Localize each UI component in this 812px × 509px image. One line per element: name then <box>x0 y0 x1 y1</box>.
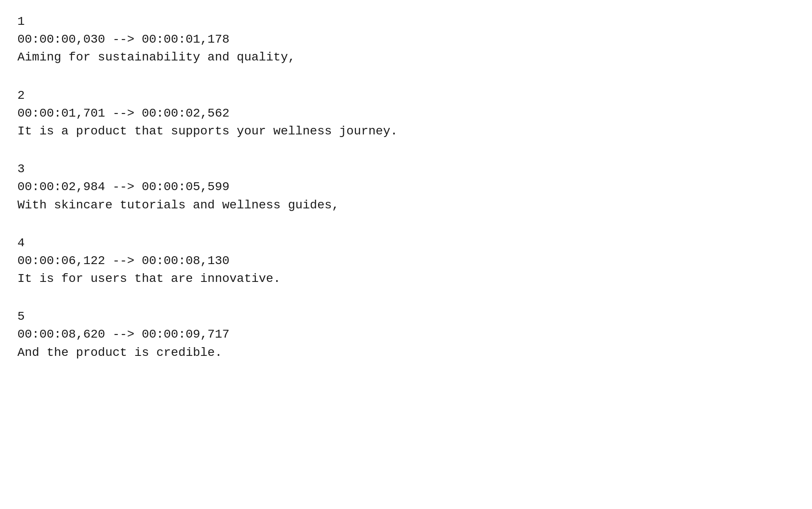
subtitle-block: 500:00:08,620 --> 00:00:09,717And the pr… <box>17 308 795 361</box>
subtitle-timecode: 00:00:00,030 --> 00:00:01,178 <box>17 31 795 48</box>
subtitle-block: 300:00:02,984 --> 00:00:05,599With skinc… <box>17 161 795 214</box>
subtitle-text: And the product is credible. <box>17 344 795 361</box>
subtitle-text: It is a product that supports your welln… <box>17 123 795 140</box>
subtitle-text: With skincare tutorials and wellness gui… <box>17 197 795 214</box>
subtitle-index: 2 <box>17 87 795 104</box>
subtitle-block: 200:00:01,701 --> 00:00:02,562It is a pr… <box>17 87 795 140</box>
subtitle-index: 4 <box>17 234 795 251</box>
subtitle-timecode: 00:00:02,984 --> 00:00:05,599 <box>17 178 795 195</box>
subtitle-block: 100:00:00,030 --> 00:00:01,178Aiming for… <box>17 13 795 66</box>
subtitle-text: It is for users that are innovative. <box>17 270 795 287</box>
subtitle-block: 400:00:06,122 --> 00:00:08,130It is for … <box>17 234 795 288</box>
subtitle-text: Aiming for sustainability and quality, <box>17 49 795 66</box>
subtitle-index: 5 <box>17 308 795 325</box>
subtitle-timecode: 00:00:06,122 --> 00:00:08,130 <box>17 252 795 269</box>
subtitle-container: 100:00:00,030 --> 00:00:01,178Aiming for… <box>17 13 795 361</box>
subtitle-timecode: 00:00:08,620 --> 00:00:09,717 <box>17 326 795 343</box>
subtitle-index: 1 <box>17 13 795 30</box>
subtitle-timecode: 00:00:01,701 --> 00:00:02,562 <box>17 105 795 122</box>
subtitle-index: 3 <box>17 161 795 177</box>
